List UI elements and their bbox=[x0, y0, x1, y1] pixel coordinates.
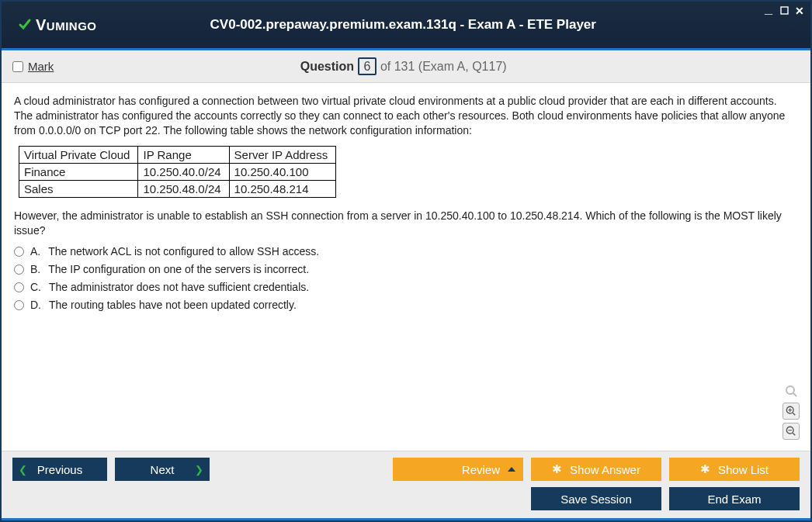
question-indicator: Question 6 of 131 (Exam A, Q117) bbox=[54, 60, 753, 74]
mark-label-text: Mark bbox=[28, 60, 54, 73]
answer-option-c[interactable]: C. The administrator does not have suffi… bbox=[14, 281, 798, 293]
accent-bar-bottom bbox=[2, 518, 810, 520]
svg-line-4 bbox=[793, 413, 795, 415]
previous-button[interactable]: ❮ Previous bbox=[12, 458, 107, 481]
table-header: Virtual Private Cloud bbox=[19, 146, 138, 163]
question-prefix: Question bbox=[300, 60, 354, 73]
logo-checkmark-icon bbox=[17, 17, 33, 33]
radio-b[interactable] bbox=[14, 264, 24, 275]
chevron-left-icon: ❮ bbox=[19, 464, 27, 475]
chevron-right-icon: ❯ bbox=[195, 464, 203, 475]
question-bar: Mark Question 6 of 131 (Exam A, Q117) bbox=[2, 50, 810, 83]
radio-c[interactable] bbox=[14, 282, 24, 292]
save-session-button[interactable]: Save Session bbox=[531, 487, 661, 510]
show-list-button[interactable]: ✱ Show List bbox=[669, 458, 800, 481]
radio-a[interactable] bbox=[14, 247, 24, 257]
search-icon[interactable] bbox=[783, 382, 800, 399]
question-text-2: However, the administrator is unable to … bbox=[14, 209, 798, 238]
answer-option-b[interactable]: B. The IP configuration on one of the se… bbox=[14, 263, 798, 275]
table-row: Sales 10.250.48.0/24 10.250.48.214 bbox=[19, 180, 336, 197]
svg-line-8 bbox=[793, 433, 795, 435]
table-row: Finance 10.250.40.0/24 10.250.40.100 bbox=[19, 163, 336, 180]
zoom-tools bbox=[783, 382, 800, 440]
config-table: Virtual Private Cloud IP Range Server IP… bbox=[19, 146, 336, 198]
mark-checkbox-input[interactable] bbox=[12, 61, 23, 72]
show-answer-button[interactable]: ✱ Show Answer bbox=[531, 458, 661, 481]
footer: ❮ Previous Next ❯ Review ✱ Show Answer ✱… bbox=[2, 451, 810, 518]
maximize-button[interactable] bbox=[778, 5, 790, 17]
mark-checkbox[interactable]: Mark bbox=[12, 60, 54, 73]
gear-icon: ✱ bbox=[552, 462, 562, 476]
zoom-out-icon[interactable] bbox=[783, 423, 800, 440]
window-title: CV0-002.prepaway.premium.exam.131q - Exa… bbox=[113, 17, 810, 33]
question-number: 6 bbox=[358, 57, 377, 75]
svg-point-1 bbox=[786, 386, 794, 394]
zoom-in-icon[interactable] bbox=[783, 403, 800, 420]
minimize-button[interactable]: _ bbox=[762, 5, 775, 17]
answer-options: A. The network ACL is not configured to … bbox=[14, 245, 798, 311]
svg-line-2 bbox=[793, 393, 796, 396]
gear-icon: ✱ bbox=[700, 462, 710, 476]
table-header: Server IP Address bbox=[229, 146, 336, 163]
table-header: IP Range bbox=[138, 146, 229, 163]
radio-d[interactable] bbox=[14, 300, 24, 310]
arrow-up-icon bbox=[508, 467, 515, 472]
answer-option-a[interactable]: A. The network ACL is not configured to … bbox=[14, 245, 798, 258]
review-button[interactable]: Review bbox=[393, 458, 523, 481]
close-button[interactable]: ✕ bbox=[793, 5, 806, 17]
table-header-row: Virtual Private Cloud IP Range Server IP… bbox=[19, 146, 336, 163]
answer-option-d[interactable]: D. The routing tables have not been upda… bbox=[14, 299, 798, 311]
next-button[interactable]: Next ❯ bbox=[115, 458, 210, 481]
title-bar: VUMINGO CV0-002.prepaway.premium.exam.13… bbox=[2, 2, 810, 48]
question-text-1: A cloud administrator has configured a c… bbox=[14, 94, 798, 138]
question-suffix: of 131 (Exam A, Q117) bbox=[380, 60, 507, 73]
brand-text: VUMINGO bbox=[36, 16, 97, 34]
end-exam-button[interactable]: End Exam bbox=[669, 487, 800, 510]
svg-rect-0 bbox=[781, 7, 788, 14]
app-logo: VUMINGO bbox=[2, 16, 113, 34]
question-content: A cloud administrator has configured a c… bbox=[2, 83, 810, 451]
